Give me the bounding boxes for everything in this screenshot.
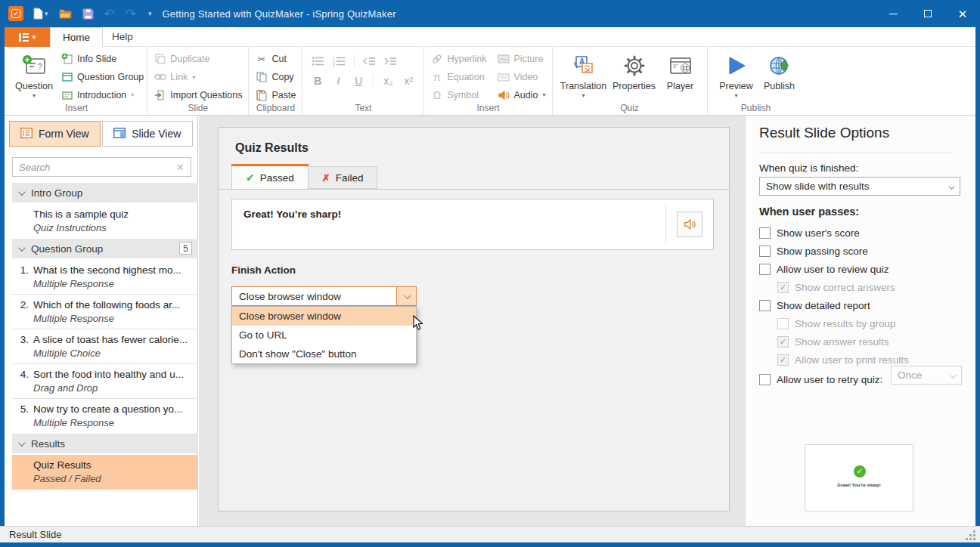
chevron-down-icon: ▾ bbox=[192, 74, 195, 81]
video-icon bbox=[498, 71, 510, 84]
qat-customize-icon[interactable]: ▾ bbox=[147, 10, 152, 17]
audio-playback-button[interactable] bbox=[677, 212, 702, 237]
checkbox[interactable] bbox=[759, 374, 771, 385]
open-folder-icon[interactable] bbox=[59, 8, 72, 19]
link-icon bbox=[154, 71, 166, 84]
tree-item-question-2[interactable]: 2. Which of the following foods ar... Mu… bbox=[12, 295, 198, 329]
copy-button[interactable]: Copy bbox=[255, 70, 296, 85]
ribbon-tab-row: ▾ Home Help bbox=[0, 27, 980, 47]
preview-button[interactable]: Preview ▾ bbox=[717, 50, 756, 103]
status-text: Result Slide bbox=[9, 529, 61, 540]
subscript-button: x₂ bbox=[382, 75, 394, 87]
audio-button[interactable]: Audio ▾ bbox=[498, 87, 546, 103]
question-button[interactable]: ? Question ▾ bbox=[12, 50, 56, 103]
italic-button: I bbox=[332, 75, 344, 87]
chevron-down-icon: ▾ bbox=[543, 91, 546, 98]
checkbox-allow-review-quiz[interactable]: Allow user to review quiz bbox=[759, 260, 960, 278]
dropdown-option-close-browser[interactable]: Close browser window bbox=[232, 307, 416, 326]
player-button[interactable]: Player bbox=[663, 50, 698, 103]
dropdown-option-go-to-url[interactable]: Go to URL bbox=[232, 326, 416, 345]
publish-button[interactable]: Publish bbox=[761, 50, 799, 103]
hyperlink-button: Hyperlink bbox=[430, 51, 486, 67]
tree-group-intro[interactable]: Intro Group bbox=[12, 183, 198, 202]
ribbon-group-text: 123 B I U x₂ x² Text bbox=[302, 47, 424, 115]
new-file-icon[interactable]: ▾ bbox=[33, 8, 48, 20]
tab-help[interactable]: Help bbox=[100, 27, 145, 48]
translation-button[interactable]: A Translation ▾ bbox=[562, 50, 606, 103]
divider bbox=[759, 153, 953, 153]
checkbox[interactable] bbox=[759, 246, 771, 257]
tree-item-intro-slide[interactable]: This is a sample quiz Quiz Instructions bbox=[12, 204, 198, 239]
search-input[interactable] bbox=[13, 162, 170, 173]
maximize-button[interactable] bbox=[910, 0, 945, 27]
search-clear-icon[interactable]: ✕ bbox=[170, 162, 191, 173]
minimize-button[interactable] bbox=[876, 0, 910, 27]
properties-button[interactable]: Properties bbox=[610, 50, 659, 103]
question-group-button[interactable]: Question Group bbox=[60, 70, 144, 85]
paste-button[interactable]: Paste bbox=[255, 87, 296, 103]
dropdown-option-dont-show-close[interactable]: Don't show "Close" button bbox=[232, 345, 416, 363]
checkbox-show-passing-score[interactable]: Show passing score bbox=[759, 242, 960, 260]
player-icon bbox=[668, 52, 693, 79]
chevron-down-icon: ▾ bbox=[582, 92, 585, 99]
feedback-text-box[interactable]: Great! You’re sharp! bbox=[231, 199, 714, 250]
question-icon: ? bbox=[21, 52, 47, 79]
ribbon-group-quiz: A Translation ▾ Properties bbox=[553, 47, 708, 115]
tree-group-results[interactable]: Results bbox=[12, 434, 198, 453]
close-button[interactable]: ✕ bbox=[945, 0, 980, 27]
slide-view-button[interactable]: Slide View bbox=[102, 121, 194, 147]
preview-play-icon bbox=[726, 52, 747, 79]
checkbox[interactable] bbox=[759, 264, 771, 275]
checkbox[interactable] bbox=[759, 227, 771, 239]
info-slide-button[interactable]: Info Slide bbox=[60, 51, 144, 67]
picture-button: Picture bbox=[498, 51, 546, 67]
tab-home[interactable]: Home bbox=[50, 27, 103, 48]
tree-item-question-1[interactable]: 1. What is the second highest mo... Mult… bbox=[12, 260, 198, 295]
increase-indent-icon bbox=[384, 54, 397, 67]
chevron-down-icon bbox=[950, 369, 954, 381]
form-view-button[interactable]: Form View bbox=[9, 121, 101, 147]
checkbox[interactable] bbox=[759, 300, 771, 311]
hyperlink-icon bbox=[430, 53, 443, 66]
result-slide-editor: Quiz Results ✓ Passed ✗ Failed Great! Yo… bbox=[218, 127, 730, 511]
import-questions-button[interactable]: Import Questions bbox=[154, 87, 242, 103]
tab-passed[interactable]: ✓ Passed bbox=[231, 165, 309, 189]
result-tabs: ✓ Passed ✗ Failed bbox=[231, 165, 377, 189]
slide-preview-thumbnail: ✓ Great! You’re sharp! bbox=[805, 444, 913, 511]
tree-item-question-5[interactable]: 5. Now try to create a question yo... Mu… bbox=[12, 399, 198, 434]
checkbox-show-detailed-report[interactable]: Show detailed report bbox=[759, 296, 960, 314]
tree-item-question-3[interactable]: 3. A slice of toast has fewer calorie...… bbox=[12, 329, 198, 364]
check-circle-icon: ✓ bbox=[854, 465, 866, 477]
finish-action-dropdown-list: Close browser window Go to URL Don't sho… bbox=[231, 306, 417, 364]
audio-icon bbox=[498, 88, 510, 101]
ribbon-group-slide: Duplicate Link ▾ Import Questions Slide bbox=[147, 47, 249, 115]
view-toggle: Form View Slide View bbox=[9, 121, 193, 147]
cut-button[interactable]: ✂ Cut bbox=[255, 51, 296, 67]
chevron-down-icon bbox=[18, 188, 26, 196]
slide-tree: Intro Group This is a sample quiz Quiz I… bbox=[12, 183, 198, 490]
introduction-button[interactable]: Introduction ▾ bbox=[60, 87, 144, 103]
checkbox-show-users-score[interactable]: Show user's score bbox=[759, 224, 960, 242]
tab-failed[interactable]: ✗ Failed bbox=[309, 166, 378, 189]
tree-item-quiz-results[interactable]: Quiz Results Passed / Failed bbox=[12, 455, 198, 490]
window-border-bottom bbox=[0, 542, 980, 547]
tree-item-question-4[interactable]: 4. Sort the food into healthy and u... D… bbox=[12, 364, 198, 399]
checkbox-show-results-by-group: Show results by group bbox=[777, 314, 960, 332]
picture-icon bbox=[498, 53, 510, 66]
ribbon-group-insert-media: Hyperlink π Equation Ω Symbol Picture Vi… bbox=[424, 47, 552, 115]
symbol-button: Ω Symbol bbox=[430, 87, 486, 103]
chevron-down-icon: ▾ bbox=[131, 91, 134, 98]
x-icon: ✗ bbox=[322, 172, 330, 184]
resize-grip[interactable] bbox=[966, 530, 975, 540]
question-count-badge: 5 bbox=[179, 242, 192, 255]
finish-action-combobox[interactable]: Close browser window bbox=[231, 286, 417, 306]
quick-access-toolbar: ▾ ↶ ↷ ▾ bbox=[33, 6, 152, 22]
window-title: Getting Started with QuizMaker - iSpring… bbox=[163, 8, 396, 20]
feedback-text: Great! You’re sharp! bbox=[243, 209, 341, 220]
save-icon[interactable] bbox=[82, 8, 94, 20]
when-finished-select[interactable]: Show slide with results bbox=[759, 177, 960, 196]
combobox-dropdown-button[interactable] bbox=[396, 287, 416, 305]
speaker-icon bbox=[683, 218, 696, 231]
app-menu-button[interactable]: ▾ bbox=[5, 27, 50, 47]
tree-group-questions[interactable]: Question Group 5 bbox=[12, 239, 198, 258]
